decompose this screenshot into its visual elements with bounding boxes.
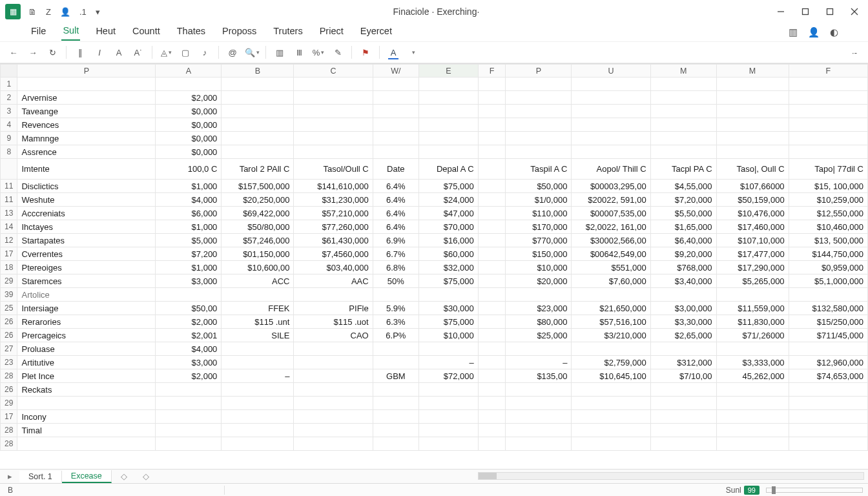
bars-icon[interactable]: Ⅲ bbox=[292, 45, 306, 59]
cell[interactable] bbox=[716, 132, 789, 145]
cell[interactable]: 6.3% bbox=[373, 315, 418, 329]
row-label-cell[interactable]: Taveange bbox=[17, 105, 156, 118]
cell[interactable]: $2,000 bbox=[156, 315, 222, 329]
font-icon[interactable]: A bbox=[112, 45, 126, 59]
cell[interactable]: $3,000 bbox=[156, 274, 222, 288]
cell[interactable]: $768,000 bbox=[650, 261, 716, 274]
cell[interactable] bbox=[478, 247, 506, 261]
cell[interactable] bbox=[419, 410, 479, 424]
cell[interactable]: $11,830,000 bbox=[716, 315, 789, 329]
row-label-cell[interactable]: Proluase bbox=[17, 342, 156, 356]
cell[interactable] bbox=[478, 207, 506, 220]
cell[interactable]: $3,333,000 bbox=[716, 356, 789, 369]
cell[interactable] bbox=[478, 424, 506, 437]
cell[interactable] bbox=[572, 397, 650, 410]
cell[interactable]: $7,4560,000 bbox=[294, 247, 373, 261]
cell[interactable] bbox=[650, 397, 716, 410]
cell[interactable] bbox=[478, 397, 506, 410]
column-header[interactable]: M bbox=[650, 65, 716, 78]
cell[interactable] bbox=[572, 105, 650, 118]
cell[interactable] bbox=[789, 424, 867, 437]
cell[interactable] bbox=[789, 437, 867, 451]
sheet-tab[interactable]: Excease bbox=[62, 470, 112, 483]
cell[interactable]: $01,150,000 bbox=[222, 247, 294, 261]
menu-item-proposs[interactable]: Proposs bbox=[221, 25, 258, 40]
cell[interactable] bbox=[572, 132, 650, 145]
cell[interactable]: $30,000 bbox=[419, 302, 479, 315]
note-icon[interactable]: ♪ bbox=[198, 45, 212, 59]
cell[interactable] bbox=[650, 118, 716, 132]
cell[interactable] bbox=[373, 132, 418, 145]
cell[interactable]: ACC bbox=[222, 274, 294, 288]
cell[interactable] bbox=[156, 78, 222, 91]
menu-item-sult[interactable]: Sult bbox=[61, 24, 80, 41]
cell[interactable]: $5,265,000 bbox=[716, 274, 789, 288]
row-header[interactable]: 3 bbox=[1, 105, 17, 118]
cell[interactable] bbox=[506, 437, 572, 451]
cell[interactable] bbox=[294, 105, 373, 118]
cell[interactable]: Aopol/ Thill C bbox=[572, 159, 650, 180]
row-label-cell[interactable]: Prercageics bbox=[17, 329, 156, 342]
fill-color-icon[interactable]: ◬▾ bbox=[159, 45, 173, 59]
row-label-cell[interactable]: Disclictics bbox=[17, 180, 156, 193]
cell[interactable]: $4,000 bbox=[156, 342, 222, 356]
cell[interactable] bbox=[478, 342, 506, 356]
cell[interactable] bbox=[419, 105, 479, 118]
cell[interactable] bbox=[156, 397, 222, 410]
row-header[interactable]: 26 bbox=[1, 315, 17, 329]
row-label-cell[interactable]: Startapates bbox=[17, 234, 156, 247]
cell[interactable]: $2,759,000 bbox=[572, 356, 650, 369]
cell[interactable]: $10,000 bbox=[419, 329, 479, 342]
row-header[interactable]: 17 bbox=[1, 247, 17, 261]
cell[interactable]: $32,000 bbox=[419, 261, 479, 274]
cell[interactable] bbox=[572, 410, 650, 424]
percent-icon[interactable]: %▾ bbox=[311, 45, 326, 59]
sheet-tab[interactable]: Sort. 1 bbox=[19, 471, 62, 482]
column-header[interactable]: P bbox=[17, 65, 156, 78]
cell[interactable]: – bbox=[419, 356, 479, 369]
cell[interactable]: $3,000 bbox=[156, 356, 222, 369]
cell[interactable]: $20,000 bbox=[506, 274, 572, 288]
row-label-cell[interactable]: Cverrentes bbox=[17, 247, 156, 261]
cell[interactable]: $50,000 bbox=[506, 180, 572, 193]
cell[interactable] bbox=[716, 424, 789, 437]
cell[interactable] bbox=[419, 78, 479, 91]
account-icon[interactable]: 👤 bbox=[808, 27, 820, 38]
cell[interactable] bbox=[373, 105, 418, 118]
cell[interactable] bbox=[478, 193, 506, 207]
cell[interactable]: $2,65,000 bbox=[650, 329, 716, 342]
cell[interactable] bbox=[419, 383, 479, 397]
cell[interactable]: $75,000 bbox=[419, 274, 479, 288]
cell[interactable]: 5.9% bbox=[373, 302, 418, 315]
cell[interactable] bbox=[789, 145, 867, 159]
cell[interactable] bbox=[478, 180, 506, 193]
cell[interactable] bbox=[419, 437, 479, 451]
cell[interactable]: $75,000 bbox=[419, 315, 479, 329]
cell[interactable]: $15, 100,000 bbox=[789, 180, 867, 193]
cell[interactable] bbox=[572, 118, 650, 132]
cell[interactable] bbox=[222, 342, 294, 356]
menu-item-countt[interactable]: Countt bbox=[131, 25, 161, 40]
cell[interactable]: $3,30,000 bbox=[650, 315, 716, 329]
cell[interactable] bbox=[650, 288, 716, 302]
row-label-cell[interactable]: Reckats bbox=[17, 383, 156, 397]
cell[interactable] bbox=[373, 356, 418, 369]
cell[interactable] bbox=[222, 288, 294, 302]
new-file-icon[interactable]: 🗎 bbox=[28, 7, 37, 17]
row-label-cell[interactable]: Revences bbox=[17, 118, 156, 132]
cell[interactable]: $61,430,000 bbox=[294, 234, 373, 247]
cell[interactable]: $70,000 bbox=[419, 220, 479, 234]
row-label-cell[interactable]: Assrence bbox=[17, 145, 156, 159]
cell[interactable] bbox=[506, 145, 572, 159]
row-label-cell[interactable]: Arvernise bbox=[17, 91, 156, 105]
column-header[interactable]: U bbox=[572, 65, 650, 78]
cell[interactable]: $11,559,000 bbox=[716, 302, 789, 315]
cell[interactable]: $6,40,000 bbox=[650, 234, 716, 247]
cell[interactable] bbox=[478, 356, 506, 369]
cell[interactable]: $10,600,00 bbox=[222, 261, 294, 274]
cell[interactable] bbox=[156, 410, 222, 424]
maximize-button[interactable] bbox=[822, 3, 838, 20]
cell[interactable] bbox=[506, 118, 572, 132]
cell[interactable] bbox=[294, 369, 373, 383]
cell[interactable]: $4,000 bbox=[156, 193, 222, 207]
